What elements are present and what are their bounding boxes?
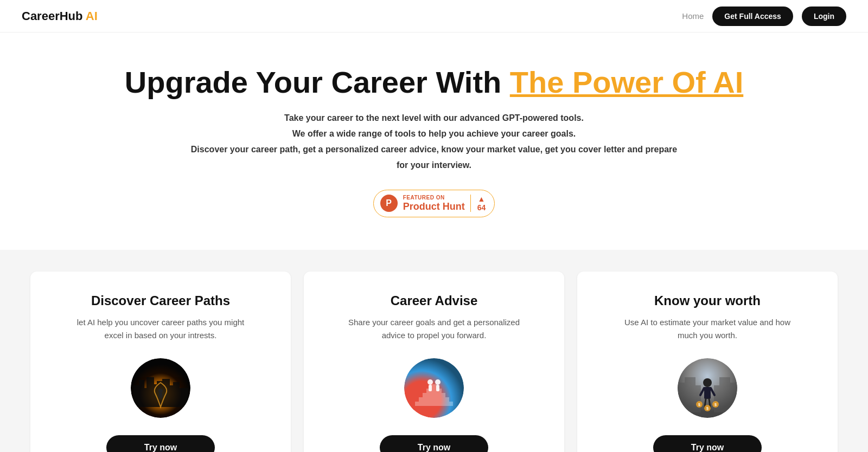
get-full-access-button[interactable]: Get Full Access <box>712 7 793 26</box>
card-know-worth-image: $ $ $ <box>678 358 737 418</box>
nav: Home Get Full Access Login <box>682 7 846 26</box>
product-hunt-logo-letter: P <box>386 198 392 208</box>
hero-title-highlight: The Power Of AI <box>510 65 743 99</box>
hero-title: Upgrade Your Career With The Power Of AI <box>22 65 846 100</box>
product-hunt-badge[interactable]: P FEATURED ON Product Hunt ▲ 64 <box>373 190 495 218</box>
svg-text:$: $ <box>698 403 700 407</box>
product-hunt-featured-label: FEATURED ON <box>403 195 445 201</box>
product-hunt-vote-block: ▲ 64 <box>470 195 486 212</box>
card-know-worth: Know your worth Use AI to estimate your … <box>577 272 838 452</box>
product-hunt-upvote-icon: ▲ <box>478 195 486 203</box>
logo-ai: AI <box>82 9 97 23</box>
hero-title-part1: Upgrade Your Career With <box>125 65 510 99</box>
svg-rect-34 <box>704 387 711 399</box>
product-hunt-vote-count: 64 <box>477 203 486 212</box>
card-know-worth-title: Know your worth <box>654 293 761 308</box>
card-career-advise-description: Share your career goals and get a person… <box>347 316 521 342</box>
card-career-paths: Discover Career Paths let AI help you un… <box>30 272 291 452</box>
hero-subtitle: Take your career to the next level with … <box>190 111 678 173</box>
card-career-paths-image <box>131 358 190 418</box>
header: CareerHub AI Home Get Full Access Login <box>0 0 868 33</box>
product-hunt-text-block: FEATURED ON Product Hunt <box>403 195 465 213</box>
logo-text: CareerHub <box>22 9 82 23</box>
svg-rect-29 <box>694 385 701 412</box>
card-career-paths-try-now-button[interactable]: Try now <box>106 435 215 452</box>
hero-subtitle-line3: Discover your career path, get a persona… <box>191 145 677 170</box>
svg-point-12 <box>158 389 163 393</box>
svg-rect-13 <box>159 393 162 398</box>
svg-text:$: $ <box>714 403 717 407</box>
login-button[interactable]: Login <box>802 7 846 26</box>
cards-section: Discover Career Paths let AI help you un… <box>0 250 868 452</box>
product-hunt-logo: P <box>380 195 398 212</box>
svg-rect-16 <box>415 402 453 406</box>
svg-point-21 <box>427 379 433 385</box>
hero-subtitle-line1: Take your career to the next level with … <box>284 113 584 122</box>
card-career-advise-image <box>404 358 464 418</box>
logo: CareerHub AI <box>22 9 98 23</box>
svg-rect-18 <box>423 393 445 397</box>
card-career-paths-title: Discover Career Paths <box>91 293 230 308</box>
product-hunt-name: Product Hunt <box>403 201 465 213</box>
card-know-worth-description: Use AI to estimate your market value and… <box>621 316 794 342</box>
svg-point-23 <box>435 379 441 385</box>
card-know-worth-try-now-button[interactable]: Try now <box>653 435 762 452</box>
hero-subtitle-line2: We offer a wide range of tools to help y… <box>292 129 576 138</box>
card-career-advise-try-now-button[interactable]: Try now <box>380 435 488 452</box>
svg-rect-32 <box>729 383 737 412</box>
card-career-paths-description: let AI help you uncover career paths you… <box>74 316 247 342</box>
nav-home-link[interactable]: Home <box>682 11 704 21</box>
svg-rect-5 <box>146 377 154 407</box>
svg-point-33 <box>703 378 712 387</box>
hero-section: Upgrade Your Career With The Power Of AI… <box>0 33 868 250</box>
svg-rect-22 <box>429 385 432 391</box>
svg-rect-24 <box>436 385 439 391</box>
svg-rect-27 <box>678 383 686 412</box>
svg-rect-17 <box>419 397 449 402</box>
card-career-advise-title: Career Advise <box>391 293 478 308</box>
svg-text:$: $ <box>706 406 709 411</box>
svg-rect-31 <box>719 377 730 412</box>
svg-rect-11 <box>178 388 188 407</box>
card-career-advise: Career Advise Share your career goals an… <box>304 272 564 452</box>
svg-rect-28 <box>685 377 695 412</box>
